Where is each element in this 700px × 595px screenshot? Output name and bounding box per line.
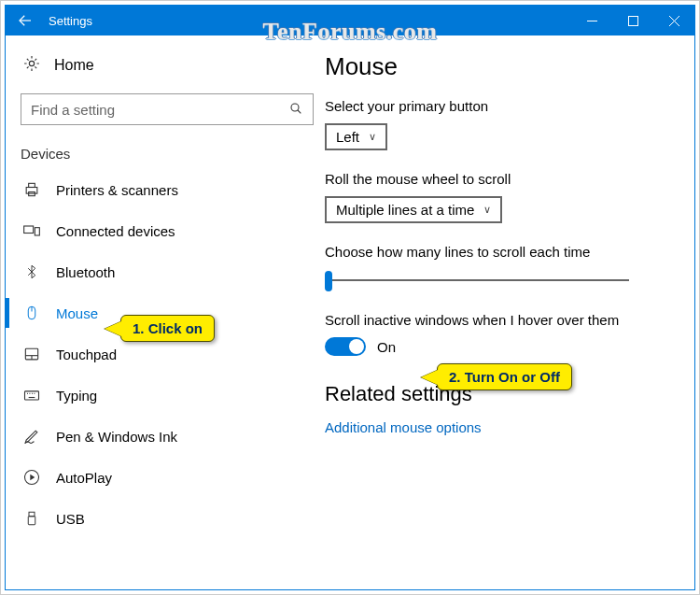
gear-icon <box>22 54 41 77</box>
settings-window: Settings <box>5 5 695 590</box>
search-input[interactable] <box>31 102 288 118</box>
home-label: Home <box>54 57 94 74</box>
chevron-down-icon: ∨ <box>483 204 491 216</box>
autoplay-icon <box>22 468 41 487</box>
primary-button-select[interactable]: Left ∨ <box>325 123 387 150</box>
sidebar-item-label: Pen & Windows Ink <box>56 429 177 445</box>
minimize-button[interactable] <box>571 6 612 35</box>
title-bar: Settings <box>6 6 694 35</box>
sidebar-item-label: AutoPlay <box>56 470 112 486</box>
chevron-down-icon: ∨ <box>369 131 376 143</box>
scroll-wheel-value: Multiple lines at a time <box>336 202 474 218</box>
svg-rect-11 <box>24 226 34 234</box>
sidebar-item-label: Bluetooth <box>56 264 115 280</box>
inactive-label: Scroll inactive windows when I hover ove… <box>325 312 668 328</box>
back-button[interactable] <box>6 6 45 35</box>
screenshot-frame: Settings <box>0 0 700 595</box>
window-title: Settings <box>45 14 92 28</box>
usb-icon <box>22 509 41 528</box>
printer-icon <box>22 180 41 199</box>
inactive-toggle[interactable] <box>325 337 366 356</box>
toggle-knob <box>349 339 364 354</box>
sidebar-item-usb[interactable]: USB <box>15 498 319 539</box>
sidebar-item-label: Touchpad <box>56 347 117 362</box>
svg-rect-26 <box>29 512 35 517</box>
svg-line-7 <box>298 110 301 113</box>
svg-rect-18 <box>25 391 39 400</box>
sidebar-item-printers[interactable]: Printers & scanners <box>15 169 319 210</box>
callout-step-1: 1. Click on <box>120 315 215 342</box>
devices-icon <box>22 221 41 240</box>
primary-button-value: Left <box>336 129 359 145</box>
svg-rect-27 <box>28 517 35 525</box>
window-controls <box>571 6 694 35</box>
keyboard-icon <box>22 386 41 404</box>
sidebar-item-label: Connected devices <box>56 223 175 239</box>
home-button[interactable]: Home <box>15 49 319 90</box>
primary-button-label: Select your primary button <box>325 98 668 114</box>
main-panel: Mouse Select your primary button Left ∨ … <box>325 35 694 589</box>
close-button[interactable] <box>653 6 694 35</box>
lines-label: Choose how many lines to scroll each tim… <box>325 244 668 260</box>
maximize-button[interactable] <box>612 6 653 35</box>
additional-mouse-options-link[interactable]: Additional mouse options <box>325 419 668 435</box>
window-body: Home Devices <box>6 35 694 589</box>
search-box[interactable] <box>21 93 314 125</box>
lines-slider[interactable] <box>325 269 633 291</box>
svg-rect-8 <box>26 188 37 194</box>
sidebar-item-bluetooth[interactable]: Bluetooth <box>15 251 319 292</box>
inactive-state: On <box>377 339 396 355</box>
page-title: Mouse <box>325 52 668 81</box>
svg-rect-9 <box>29 183 35 187</box>
inactive-toggle-row: On <box>325 337 668 356</box>
slider-track <box>329 279 629 281</box>
touchpad-icon <box>22 345 41 363</box>
sidebar-item-label: USB <box>56 511 85 527</box>
sidebar-item-label: Typing <box>56 388 97 404</box>
sidebar-item-label: Printers & scanners <box>56 182 178 198</box>
svg-rect-12 <box>35 228 39 235</box>
sidebar-item-pen[interactable]: Pen & Windows Ink <box>15 416 319 457</box>
scroll-wheel-label: Roll the mouse wheel to scroll <box>325 171 668 187</box>
svg-point-5 <box>29 61 34 65</box>
sidebar-item-typing[interactable]: Typing <box>15 375 319 416</box>
category-label: Devices <box>15 142 319 169</box>
sidebar-item-label: Mouse <box>56 305 98 321</box>
mouse-icon <box>22 304 41 322</box>
sidebar: Home Devices <box>6 35 325 589</box>
svg-rect-2 <box>628 16 637 25</box>
search-icon <box>288 101 303 119</box>
svg-point-6 <box>291 104 299 111</box>
scroll-wheel-select[interactable]: Multiple lines at a time ∨ <box>325 196 502 223</box>
svg-marker-25 <box>30 475 35 481</box>
sidebar-item-autoplay[interactable]: AutoPlay <box>15 457 319 498</box>
slider-thumb[interactable] <box>325 271 332 291</box>
pen-icon <box>22 427 41 446</box>
callout-step-2: 2. Turn On or Off <box>437 363 572 390</box>
sidebar-item-connected[interactable]: Connected devices <box>15 210 319 251</box>
bluetooth-icon <box>22 262 41 281</box>
sidebar-nav: Printers & scanners Connected devices Bl… <box>15 169 319 539</box>
